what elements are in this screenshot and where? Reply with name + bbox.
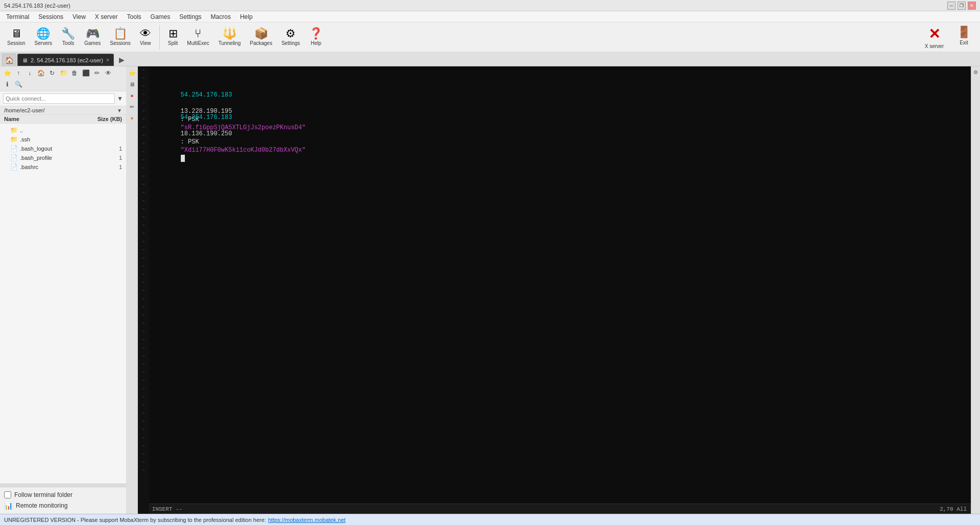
col-size-header: Size (KB) [86, 116, 122, 122]
list-item[interactable]: 📄 .bashrc 1 [0, 162, 126, 172]
side-icon-3[interactable]: ● [128, 91, 137, 100]
item-name: .bash_profile [20, 155, 86, 161]
follow-terminal-folder-checkbox[interactable] [4, 491, 11, 498]
gutter-tilde-7: ~ [138, 115, 149, 124]
gutter-tilde-30: ~ [138, 303, 149, 312]
path-bar: /home/ec2-user/ ▼ [0, 106, 126, 115]
current-path: /home/ec2-user/ [4, 107, 44, 113]
side-icon-1[interactable]: ⭐ [128, 68, 137, 78]
terminal-content[interactable]: 54.254.176.183 13.228.190.195 : PSK "sR.… [138, 66, 971, 504]
gutter-tilde-39: ~ [138, 377, 149, 385]
sidebar-info-button[interactable]: ℹ [2, 79, 12, 89]
toolbar-view[interactable]: 👁 View [137, 27, 154, 47]
sidebar-stop-button[interactable]: ⬛ [81, 68, 91, 78]
terminal-position: 2,70 All [940, 506, 967, 512]
gutter-tilde-15: ~ [138, 181, 149, 189]
status-link[interactable]: https://mobaxterm.mobatek.net [268, 517, 346, 523]
exit-button[interactable]: 🚪 Exit [952, 25, 976, 50]
path-dropdown-icon[interactable]: ▼ [117, 108, 122, 113]
toolbar-packages[interactable]: 📦 Packages [247, 27, 275, 47]
xserver-label: X server [925, 43, 944, 49]
sidebar-home-button[interactable]: 🏠 [36, 68, 46, 78]
list-item[interactable]: 📄 .bash_profile 1 [0, 153, 126, 162]
gutter-tilde-48: ~ [138, 450, 149, 459]
toolbar-games[interactable]: 🎮 Games [81, 27, 104, 47]
multiexec-icon: ⑂ [195, 28, 201, 39]
menu-view[interactable]: View [68, 12, 90, 21]
right-icon-1[interactable]: ⚙ [972, 68, 979, 76]
menu-terminal[interactable]: Terminal [2, 12, 33, 21]
sidebar-toolbar: ⭐ ↑ ↓ 🏠 ↻ 📁 🗑 ⬛ ✏ 👁 ℹ 🔍 [0, 66, 126, 91]
gutter-tilde-33: ~ [138, 328, 149, 336]
remote-monitoring-item[interactable]: 📊 Remote monitoring [4, 502, 122, 510]
sidebar-delete-button[interactable]: 🗑 [69, 68, 80, 78]
toolbar-help[interactable]: ❓ Help [306, 27, 326, 47]
item-size: 1 [86, 155, 122, 161]
toolbar-settings[interactable]: ⚙ Settings [278, 27, 303, 47]
quick-connect-bar: ▼ [0, 91, 126, 106]
sidebar: ⭐ ↑ ↓ 🏠 ↻ 📁 🗑 ⬛ ✏ 👁 ℹ 🔍 ▼ /home/ec2-user… [0, 66, 127, 514]
toolbar-tunneling[interactable]: 🔱 Tunneling [216, 27, 244, 47]
restore-button[interactable]: ❐ [958, 2, 966, 10]
tools-label: Tools [62, 40, 74, 46]
list-item[interactable]: 📁 .ssh [0, 135, 126, 144]
follow-terminal-folder-label[interactable]: Follow terminal folder [4, 491, 122, 498]
side-icon-5[interactable]: ● [128, 113, 137, 123]
exit-icon: 🚪 [957, 26, 971, 39]
xserver-icon: ✕ [928, 26, 940, 42]
minimize-button[interactable]: ─ [947, 2, 955, 10]
gutter-tilde-18: ~ [138, 205, 149, 213]
sidebar-spacer [0, 306, 126, 484]
sidebar-new-folder-button[interactable]: 📁 [58, 68, 68, 78]
sidebar-star-button[interactable]: ⭐ [2, 68, 12, 78]
xserver-button[interactable]: ✕ X server [920, 25, 949, 50]
quick-connect-input[interactable] [3, 93, 115, 104]
menu-help[interactable]: Help [236, 12, 257, 21]
toolbar-session[interactable]: 🖥 Session [4, 27, 29, 47]
toolbar-multiexec[interactable]: ⑂ MultiExec [184, 27, 212, 47]
tab-label: 2. 54.254.176.183 (ec2-user) [31, 57, 103, 63]
gutter-tilde-49: ~ [138, 459, 149, 467]
menu-macros[interactable]: Macros [207, 12, 235, 21]
toolbar-servers[interactable]: 🌐 Servers [32, 27, 55, 47]
terminal-area: ~ ~ ~ ~ ~ ~ ~ ~ ~ ~ ~ ~ ~ ~ ~ ~ ~ ~ ~ ~ … [138, 66, 971, 514]
side-icon-2[interactable]: 🖥 [128, 80, 137, 89]
tab-home-button[interactable]: 🏠 [2, 54, 16, 66]
sidebar-filter-button[interactable]: 🔍 [13, 79, 23, 89]
sidebar-down-button[interactable]: ↓ [25, 68, 35, 78]
quick-connect-dropdown[interactable]: ▼ [117, 95, 123, 102]
toolbar: 🖥 Session 🌐 Servers 🔧 Tools 🎮 Games 📋 Se… [0, 22, 980, 52]
list-item[interactable]: 📄 .bash_logout 1 [0, 144, 126, 153]
menu-xserver[interactable]: X server [91, 12, 122, 21]
active-tab[interactable]: 🖥 2. 54.254.176.183 (ec2-user) × [17, 54, 114, 66]
gutter-tilde-8: ~ [138, 124, 149, 132]
menu-games[interactable]: Games [147, 12, 175, 21]
view-icon: 👁 [140, 28, 151, 39]
monitor-icon: 📊 [4, 502, 13, 510]
toolbar-split[interactable]: ⊞ Split [165, 27, 181, 47]
menu-tools[interactable]: Tools [123, 12, 146, 21]
help-icon: ❓ [309, 28, 323, 39]
gutter-tilde-17: ~ [138, 197, 149, 205]
sidebar-view-button[interactable]: 👁 [103, 68, 113, 78]
session-icon: 🖥 [11, 28, 22, 39]
tab-icon: 🖥 [22, 57, 28, 63]
tab-nav-button[interactable]: ▶ [116, 54, 128, 66]
toolbar-tools[interactable]: 🔧 Tools [58, 27, 78, 47]
menu-settings[interactable]: Settings [175, 12, 205, 21]
sidebar-refresh-button[interactable]: ↻ [47, 68, 57, 78]
tab-close-button[interactable]: × [106, 57, 109, 63]
settings-icon: ⚙ [285, 28, 296, 39]
sidebar-edit-button[interactable]: ✏ [92, 68, 102, 78]
side-icon-4[interactable]: ✏ [128, 102, 137, 111]
toolbar-sessions[interactable]: 📋 Sessions [107, 27, 134, 47]
terminal-gutter: ~ ~ ~ ~ ~ ~ ~ ~ ~ ~ ~ ~ ~ ~ ~ ~ ~ ~ ~ ~ … [138, 66, 149, 514]
menu-sessions[interactable]: Sessions [34, 12, 67, 21]
sidebar-up-button[interactable]: ↑ [13, 68, 23, 78]
item-name: .ssh [20, 136, 86, 142]
close-button[interactable]: ✕ [968, 2, 976, 10]
term-ip-1: 54.254.176.183 [181, 91, 232, 99]
menu-bar: Terminal Sessions View X server Tools Ga… [0, 11, 980, 22]
list-item[interactable]: 📁 .. [0, 126, 126, 135]
gutter-tilde-47: ~ [138, 442, 149, 450]
